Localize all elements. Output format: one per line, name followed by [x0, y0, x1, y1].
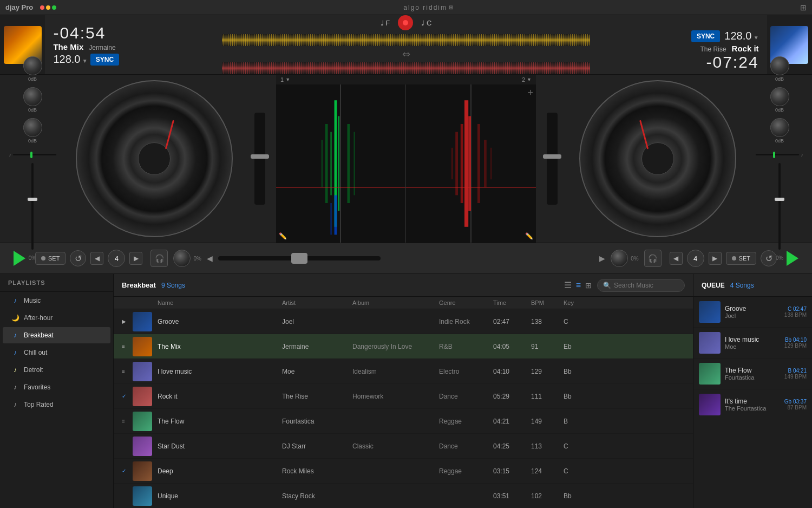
prev-button-right[interactable]: ◀	[670, 252, 683, 265]
titlebar-right: ⊞	[800, 3, 807, 12]
eq-low-right[interactable]: 0dB	[770, 118, 789, 144]
grid-view-songs-icon[interactable]: ⊞	[585, 281, 592, 290]
row-thumbnail	[133, 362, 152, 381]
turntable-right[interactable]	[579, 80, 736, 237]
queue-title: QUEUE	[702, 282, 725, 289]
table-row[interactable]: ≡ The Mix Jermaine Dangerously In Love R…	[114, 334, 693, 359]
chill-icon: ♪	[11, 348, 19, 357]
svg-rect-6	[347, 124, 350, 203]
table-row[interactable]: ✓ Deep Rock Miles Reggae 03:15 124 C	[114, 459, 693, 484]
eq-low-left[interactable]: 0dB	[23, 118, 42, 144]
songs-count[interactable]: 9 Songs	[161, 282, 185, 289]
row-indicator: ✓	[122, 468, 133, 474]
deck-left-bpm-display: 128.0 ▼	[53, 53, 87, 66]
set-button-right[interactable]: SET	[726, 252, 756, 265]
next-button-right[interactable]: ▶	[709, 252, 722, 265]
left-channel-strip: 0dB 0dB 0dB ♪ 0%	[0, 75, 65, 243]
titlebar-left: djay Pro	[5, 3, 56, 11]
row-genre: Indie Rock	[439, 318, 493, 325]
sidebar-item-detroit[interactable]: ♪ Detroit	[3, 362, 110, 378]
volume-fader-right[interactable]	[778, 163, 781, 250]
sidebar-item-top-rated[interactable]: ♪ Top Rated	[3, 396, 110, 413]
prev-track-center[interactable]: ◀	[207, 254, 213, 263]
headphones-left-button[interactable]: 🎧	[150, 250, 168, 267]
add-deck-button[interactable]: +	[527, 87, 533, 99]
detail-view-icon[interactable]: ≡	[576, 281, 581, 290]
volume-knob-right[interactable]	[611, 250, 628, 267]
table-row[interactable]: ≡ The Flow Fourtastica Reggae 04:21 149 …	[114, 409, 693, 434]
queue-bpm: 149 BPM	[784, 374, 807, 380]
queue-item[interactable]: Groove Joel C 02:47 138 BPM	[693, 297, 812, 328]
app-logo: djay Pro	[5, 3, 33, 11]
queue-item[interactable]: I love music Moe Bb 04:10 129 BPM	[693, 328, 812, 359]
table-row[interactable]: ▶ Groove Joel Indie Rock 02:47 138 C	[114, 309, 693, 334]
volume-knob-left[interactable]	[173, 250, 191, 267]
row-indicator: ≡	[122, 368, 133, 374]
deck-right-bpm-display: 128.0 ▼	[724, 30, 758, 42]
play-button-left[interactable]	[8, 247, 31, 270]
list-view-icon[interactable]: ☰	[564, 280, 572, 290]
edit-right-icon[interactable]: ✏️	[525, 232, 533, 240]
loop-count-right[interactable]: 4	[687, 250, 704, 267]
crossfader[interactable]	[218, 256, 594, 260]
eq-high-left[interactable]: 0dB	[23, 56, 42, 82]
queue-item[interactable]: It's time The Fourtastica Gb 03:37 87 BP…	[693, 389, 812, 420]
table-row[interactable]: Star Dust DJ Starr Classic Dance 04:25 1…	[114, 434, 693, 459]
headphones-right-button[interactable]: 🎧	[644, 250, 662, 267]
deck-left-sync-button[interactable]: SYNC	[90, 54, 119, 66]
sidebar-item-after-hour[interactable]: 🌙 After-hour	[3, 310, 110, 326]
sidebar-item-chill-out[interactable]: ♪ Chill out	[3, 344, 110, 361]
table-row[interactable]: ✓ Rock it The Rise Homework Dance 05:29 …	[114, 384, 693, 409]
volume-fader-left[interactable]	[31, 163, 34, 250]
deck-info-left: -04:54 The Mix Jermaine 128.0 ▼ SYNC	[45, 15, 222, 74]
deck-right-artist: The Rise	[700, 45, 726, 53]
loop-count-left[interactable]: 4	[108, 250, 125, 267]
row-indicator: ≡	[122, 343, 133, 349]
next-button-left[interactable]: ▶	[129, 252, 142, 265]
deck-left-artist: Jermaine	[89, 44, 115, 51]
row-key: Bb	[564, 393, 591, 400]
row-indicator: ▶	[122, 318, 133, 324]
search-icon: 🔍	[603, 282, 611, 289]
turntable-right-area	[568, 75, 747, 243]
channel-fader-right-track[interactable]	[547, 113, 558, 205]
edit-left-icon[interactable]: ✏️	[279, 232, 287, 240]
deck-right-sync-button[interactable]: SYNC	[691, 30, 720, 42]
sidebar: PLAYLISTS ♪ Music 🌙 After-hour ♪ Breakbe…	[0, 274, 114, 508]
turntable-left[interactable]	[76, 80, 233, 237]
row-artist: Fourtastica	[282, 418, 352, 425]
eq-mid-right[interactable]: 0dB	[770, 87, 789, 113]
deck-right-timer: -07:24	[706, 53, 759, 71]
queue-item[interactable]: The Flow Fourtastica B 04:21 149 BPM	[693, 359, 812, 389]
play-button-right[interactable]	[781, 247, 804, 270]
eq-mid-left[interactable]: 0dB	[23, 87, 42, 113]
search-input[interactable]	[614, 282, 679, 289]
row-album: Idealism	[352, 368, 439, 375]
loop-button-right[interactable]: ↺	[761, 250, 777, 266]
deck-left-key: ♩ F	[381, 19, 390, 27]
queue-count[interactable]: 4 Songs	[730, 282, 754, 289]
channel-fader-left-track[interactable]	[254, 113, 265, 205]
table-row[interactable]: ≡ I love music Moe Idealism Electro 04:1…	[114, 359, 693, 384]
sidebar-label-breakbeat: Breakbeat	[24, 331, 54, 339]
grid-view-icon[interactable]: ⊞	[800, 3, 807, 12]
table-header: Name Artist Album Genre Time BPM Key	[114, 297, 693, 309]
table-row[interactable]: Unique Stacy Rock 03:51 102 Bb	[114, 484, 693, 508]
loop-button-left[interactable]: ↺	[70, 250, 86, 266]
queue-bpm: 138 BPM	[784, 312, 807, 318]
sidebar-item-breakbeat[interactable]: ♪ Breakbeat	[3, 327, 110, 343]
row-thumbnail	[133, 461, 152, 481]
row-bpm: 124	[531, 467, 564, 475]
eq-high-right[interactable]: 0dB	[770, 56, 789, 82]
sidebar-item-music[interactable]: ♪ Music	[3, 292, 110, 309]
prev-button-left[interactable]: ◀	[90, 252, 103, 265]
svg-rect-19	[490, 148, 492, 179]
waveform-main: + ✏️ ✏️	[276, 84, 536, 243]
next-track-center[interactable]: ▶	[599, 254, 605, 263]
row-time: 04:25	[493, 442, 531, 450]
set-button-left[interactable]: SET	[35, 252, 66, 265]
svg-rect-4	[325, 124, 328, 203]
sidebar-item-favorites[interactable]: ♪ Favorites	[3, 379, 110, 395]
record-button[interactable]	[398, 15, 413, 30]
row-time: 04:21	[493, 418, 531, 425]
